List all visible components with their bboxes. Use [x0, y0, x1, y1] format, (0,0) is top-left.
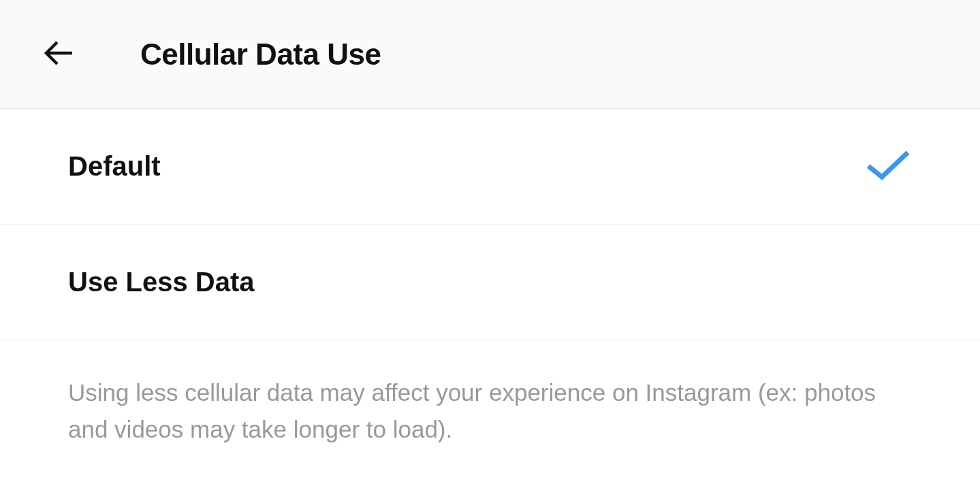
header: Cellular Data Use [0, 0, 980, 109]
option-default[interactable]: Default [0, 109, 980, 225]
options-list: Default Use Less Data Using less cellula… [0, 109, 980, 449]
description-text: Using less cellular data may affect your… [0, 340, 980, 449]
back-button[interactable] [38, 34, 79, 75]
option-use-less-data[interactable]: Use Less Data [0, 225, 980, 340]
check-icon [864, 148, 912, 185]
option-label: Use Less Data [68, 267, 254, 297]
arrow-left-icon [42, 37, 75, 72]
page-title: Cellular Data Use [140, 37, 381, 71]
option-label: Default [68, 151, 161, 182]
